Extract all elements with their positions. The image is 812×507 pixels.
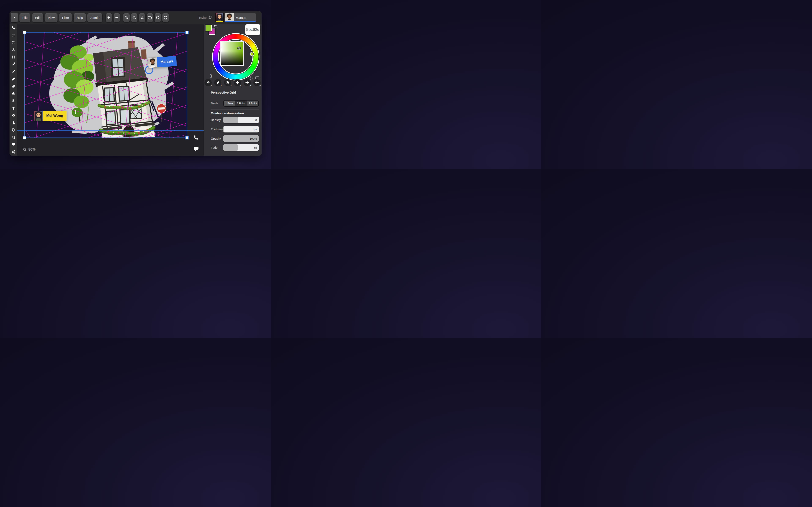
fade-slider[interactable]: 68: [223, 144, 259, 151]
preset-number: 2: [220, 84, 221, 87]
thickness-label: Thickness: [211, 128, 224, 131]
magnifier-icon: [11, 135, 16, 139]
sv-selector[interactable]: [238, 47, 241, 50]
presence-strip: Marcus: [215, 13, 256, 22]
brush-tool[interactable]: [10, 75, 17, 83]
rotate-cw-button[interactable]: [162, 13, 169, 22]
marcus-cursor-avatar: [148, 57, 157, 68]
chat-button[interactable]: [193, 146, 200, 152]
add-icon: [236, 81, 239, 84]
transform-tool[interactable]: [10, 53, 17, 61]
hand-icon: [11, 121, 16, 125]
svg-text:AI: AI: [207, 82, 209, 83]
add-person-icon: [208, 15, 213, 20]
mei-cursor-avatar: [34, 111, 43, 121]
hex-value: 8bc62e: [246, 27, 259, 32]
menu-edit[interactable]: Edit: [32, 13, 44, 22]
marcus-avatar-photo: [148, 57, 157, 68]
thickness-row: Thickness 1px: [204, 126, 262, 132]
mei-avatar-photo: [34, 111, 43, 121]
move-tool[interactable]: [10, 24, 17, 32]
rotate-ccw-button[interactable]: [147, 13, 153, 22]
swap-horizontal-icon: [140, 15, 144, 20]
menu-help[interactable]: Help: [73, 13, 86, 22]
perspective-grid-icon: [11, 150, 16, 154]
undo-tool[interactable]: [10, 126, 17, 134]
horizontal-guide[interactable]: [17, 130, 204, 130]
active-user-tab[interactable]: Marcus: [225, 13, 256, 22]
menu-filter[interactable]: Filter: [59, 13, 72, 22]
eyedropper-tool[interactable]: [10, 61, 17, 68]
app-logo[interactable]: [10, 13, 18, 22]
preset-add-5[interactable]: 5: [244, 79, 251, 86]
eraser-tool[interactable]: [10, 82, 17, 90]
artboard[interactable]: [24, 32, 187, 138]
call-button[interactable]: [193, 135, 200, 141]
perspective-grid-tool[interactable]: [10, 148, 17, 156]
zoom-out-icon: [132, 15, 136, 20]
zoom-out-button[interactable]: [131, 13, 138, 22]
preset-add-6[interactable]: 6: [253, 79, 260, 86]
forward-button[interactable]: [113, 13, 120, 22]
ellipse-marquee-tool[interactable]: [10, 39, 17, 46]
collapse-panel-chevron[interactable]: ❯: [210, 73, 213, 78]
mei-presence-bar: [216, 21, 223, 22]
zoom-in-button[interactable]: [123, 13, 130, 22]
ai-tool[interactable]: AI: [10, 112, 17, 119]
text-tool[interactable]: [10, 105, 17, 112]
brush-preset-row: AI 1 2 3 4 5 6: [204, 79, 262, 88]
mei-cursor-label: Mei Wong: [34, 111, 67, 121]
back-button[interactable]: [105, 13, 112, 22]
preset-star-brush[interactable]: 3: [224, 79, 231, 86]
invite-area[interactable]: Invite: [199, 15, 213, 20]
hex-value-chip[interactable]: 8bc62e: [245, 24, 260, 35]
zoom-indicator[interactable]: 80%: [23, 148, 36, 152]
rect-marquee-tool[interactable]: [10, 32, 17, 39]
rotate-ccw-icon: [148, 15, 152, 20]
comment-icon: [11, 143, 16, 147]
zoom-tool[interactable]: [10, 134, 17, 141]
transform-icon: [11, 55, 16, 59]
smudge-icon: [11, 99, 16, 103]
rotate-cw-icon: [163, 15, 168, 20]
preset-number: 5: [250, 84, 251, 87]
hand-tool[interactable]: [10, 119, 17, 126]
density-fill: [223, 117, 238, 123]
mode-2-point[interactable]: 2 Point: [235, 101, 247, 106]
thickness-slider[interactable]: 1px: [223, 126, 259, 132]
preset-add-4[interactable]: 4: [234, 79, 241, 86]
rotation-reset-button[interactable]: [154, 13, 161, 22]
smudge-tool[interactable]: [10, 97, 17, 105]
foreground-color-swatch[interactable]: [205, 24, 212, 32]
swap-colors-icon: [214, 25, 218, 28]
lasso-tool[interactable]: [10, 46, 17, 54]
painting-house: [24, 32, 187, 138]
ai-brush-icon: AI: [206, 81, 210, 84]
mode-1-point[interactable]: 1 Point: [224, 101, 235, 106]
preset-ai-brush[interactable]: AI 1: [204, 79, 212, 86]
preset-paint-brush[interactable]: 2: [214, 79, 221, 86]
saturation-value-box[interactable]: [220, 41, 244, 66]
preset-number: 3: [230, 84, 232, 87]
menu-view[interactable]: View: [45, 13, 58, 22]
pencil-tool[interactable]: [10, 68, 17, 75]
opacity-slider[interactable]: 100%: [223, 135, 259, 142]
eyedropper-icon: [11, 62, 16, 66]
fade-fill: [223, 144, 238, 151]
paint-brush-icon: [216, 81, 220, 84]
menu-admin[interactable]: Admin: [87, 13, 103, 22]
density-slider[interactable]: 50: [223, 117, 259, 123]
comment-tool[interactable]: [10, 141, 17, 148]
fill-tool[interactable]: [10, 90, 17, 97]
thickness-value: 1px: [252, 128, 257, 131]
swap-button[interactable]: [139, 13, 146, 22]
undo-icon: [11, 128, 16, 132]
menu-file[interactable]: File: [19, 13, 31, 22]
mei-crosshair-cursor: [73, 110, 78, 114]
canvas-workspace[interactable]: Marcus Mei Wong 8: [17, 24, 204, 156]
zoom-level: 80%: [28, 148, 36, 152]
hue-selector-knob[interactable]: [250, 52, 254, 56]
mode-3-point[interactable]: 3 Point: [247, 101, 258, 106]
avatar-mei[interactable]: [215, 13, 224, 22]
density-label: Density: [211, 118, 221, 122]
